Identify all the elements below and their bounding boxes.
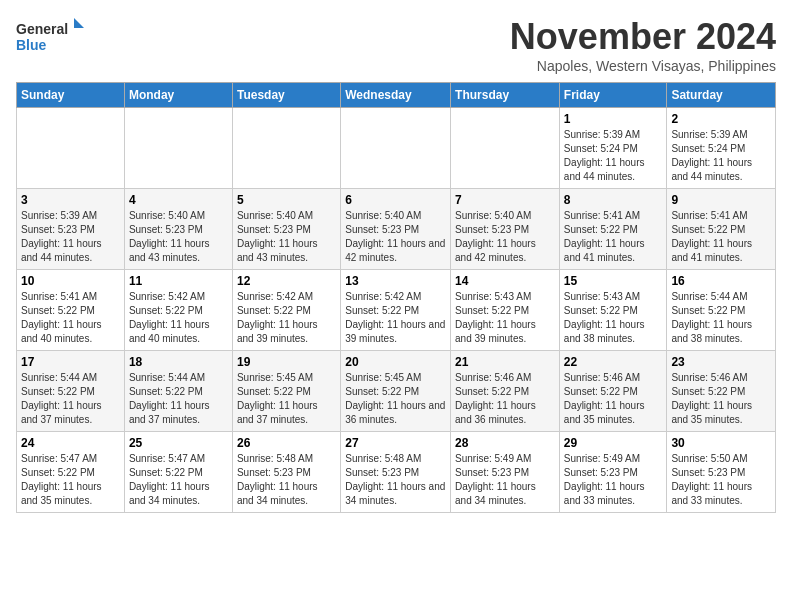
day-number: 25 [129, 436, 228, 450]
calendar-cell: 17Sunrise: 5:44 AM Sunset: 5:22 PM Dayli… [17, 351, 125, 432]
day-number: 13 [345, 274, 446, 288]
day-info: Sunrise: 5:39 AM Sunset: 5:24 PM Dayligh… [671, 128, 771, 184]
day-number: 22 [564, 355, 663, 369]
calendar-cell: 19Sunrise: 5:45 AM Sunset: 5:22 PM Dayli… [232, 351, 340, 432]
day-number: 14 [455, 274, 555, 288]
day-number: 2 [671, 112, 771, 126]
calendar-week-row: 1Sunrise: 5:39 AM Sunset: 5:24 PM Daylig… [17, 108, 776, 189]
day-header: Sunday [17, 83, 125, 108]
day-number: 11 [129, 274, 228, 288]
day-number: 24 [21, 436, 120, 450]
svg-text:Blue: Blue [16, 37, 47, 53]
calendar-cell: 2Sunrise: 5:39 AM Sunset: 5:24 PM Daylig… [667, 108, 776, 189]
day-info: Sunrise: 5:45 AM Sunset: 5:22 PM Dayligh… [345, 371, 446, 427]
calendar-cell: 18Sunrise: 5:44 AM Sunset: 5:22 PM Dayli… [124, 351, 232, 432]
day-info: Sunrise: 5:41 AM Sunset: 5:22 PM Dayligh… [564, 209, 663, 265]
day-number: 9 [671, 193, 771, 207]
day-number: 7 [455, 193, 555, 207]
calendar-cell [451, 108, 560, 189]
calendar-cell: 29Sunrise: 5:49 AM Sunset: 5:23 PM Dayli… [559, 432, 667, 513]
day-number: 29 [564, 436, 663, 450]
day-info: Sunrise: 5:50 AM Sunset: 5:23 PM Dayligh… [671, 452, 771, 508]
day-info: Sunrise: 5:41 AM Sunset: 5:22 PM Dayligh… [21, 290, 120, 346]
day-info: Sunrise: 5:41 AM Sunset: 5:22 PM Dayligh… [671, 209, 771, 265]
calendar-cell: 22Sunrise: 5:46 AM Sunset: 5:22 PM Dayli… [559, 351, 667, 432]
day-info: Sunrise: 5:42 AM Sunset: 5:22 PM Dayligh… [237, 290, 336, 346]
header: General Blue November 2024 Napoles, West… [16, 16, 776, 74]
day-info: Sunrise: 5:42 AM Sunset: 5:22 PM Dayligh… [345, 290, 446, 346]
calendar-cell: 4Sunrise: 5:40 AM Sunset: 5:23 PM Daylig… [124, 189, 232, 270]
day-number: 3 [21, 193, 120, 207]
calendar-cell: 27Sunrise: 5:48 AM Sunset: 5:23 PM Dayli… [341, 432, 451, 513]
day-info: Sunrise: 5:39 AM Sunset: 5:24 PM Dayligh… [564, 128, 663, 184]
day-header: Wednesday [341, 83, 451, 108]
calendar-cell: 15Sunrise: 5:43 AM Sunset: 5:22 PM Dayli… [559, 270, 667, 351]
calendar-cell [232, 108, 340, 189]
calendar-cell: 6Sunrise: 5:40 AM Sunset: 5:23 PM Daylig… [341, 189, 451, 270]
calendar-cell: 12Sunrise: 5:42 AM Sunset: 5:22 PM Dayli… [232, 270, 340, 351]
day-number: 10 [21, 274, 120, 288]
day-number: 27 [345, 436, 446, 450]
day-header: Saturday [667, 83, 776, 108]
day-info: Sunrise: 5:40 AM Sunset: 5:23 PM Dayligh… [455, 209, 555, 265]
day-info: Sunrise: 5:44 AM Sunset: 5:22 PM Dayligh… [129, 371, 228, 427]
calendar-cell: 30Sunrise: 5:50 AM Sunset: 5:23 PM Dayli… [667, 432, 776, 513]
day-header: Thursday [451, 83, 560, 108]
day-info: Sunrise: 5:46 AM Sunset: 5:22 PM Dayligh… [671, 371, 771, 427]
day-number: 21 [455, 355, 555, 369]
calendar-week-row: 24Sunrise: 5:47 AM Sunset: 5:22 PM Dayli… [17, 432, 776, 513]
day-number: 30 [671, 436, 771, 450]
day-number: 19 [237, 355, 336, 369]
calendar-cell: 16Sunrise: 5:44 AM Sunset: 5:22 PM Dayli… [667, 270, 776, 351]
day-info: Sunrise: 5:43 AM Sunset: 5:22 PM Dayligh… [564, 290, 663, 346]
calendar-cell: 14Sunrise: 5:43 AM Sunset: 5:22 PM Dayli… [451, 270, 560, 351]
calendar-header-row: SundayMondayTuesdayWednesdayThursdayFrid… [17, 83, 776, 108]
calendar-cell: 26Sunrise: 5:48 AM Sunset: 5:23 PM Dayli… [232, 432, 340, 513]
day-number: 1 [564, 112, 663, 126]
day-header: Tuesday [232, 83, 340, 108]
svg-text:General: General [16, 21, 68, 37]
logo: General Blue [16, 16, 86, 56]
day-number: 20 [345, 355, 446, 369]
day-info: Sunrise: 5:44 AM Sunset: 5:22 PM Dayligh… [21, 371, 120, 427]
day-info: Sunrise: 5:49 AM Sunset: 5:23 PM Dayligh… [564, 452, 663, 508]
calendar-cell: 21Sunrise: 5:46 AM Sunset: 5:22 PM Dayli… [451, 351, 560, 432]
calendar-table: SundayMondayTuesdayWednesdayThursdayFrid… [16, 82, 776, 513]
day-number: 5 [237, 193, 336, 207]
calendar-cell: 28Sunrise: 5:49 AM Sunset: 5:23 PM Dayli… [451, 432, 560, 513]
day-info: Sunrise: 5:40 AM Sunset: 5:23 PM Dayligh… [345, 209, 446, 265]
day-number: 17 [21, 355, 120, 369]
day-number: 23 [671, 355, 771, 369]
calendar-cell: 9Sunrise: 5:41 AM Sunset: 5:22 PM Daylig… [667, 189, 776, 270]
day-number: 26 [237, 436, 336, 450]
day-info: Sunrise: 5:40 AM Sunset: 5:23 PM Dayligh… [237, 209, 336, 265]
calendar-cell [17, 108, 125, 189]
month-title: November 2024 [510, 16, 776, 58]
day-info: Sunrise: 5:44 AM Sunset: 5:22 PM Dayligh… [671, 290, 771, 346]
day-number: 4 [129, 193, 228, 207]
calendar-cell [124, 108, 232, 189]
calendar-cell: 8Sunrise: 5:41 AM Sunset: 5:22 PM Daylig… [559, 189, 667, 270]
day-number: 6 [345, 193, 446, 207]
day-info: Sunrise: 5:40 AM Sunset: 5:23 PM Dayligh… [129, 209, 228, 265]
day-number: 8 [564, 193, 663, 207]
svg-marker-2 [74, 18, 84, 28]
location: Napoles, Western Visayas, Philippines [510, 58, 776, 74]
calendar-cell: 1Sunrise: 5:39 AM Sunset: 5:24 PM Daylig… [559, 108, 667, 189]
calendar-week-row: 3Sunrise: 5:39 AM Sunset: 5:23 PM Daylig… [17, 189, 776, 270]
day-number: 12 [237, 274, 336, 288]
day-info: Sunrise: 5:45 AM Sunset: 5:22 PM Dayligh… [237, 371, 336, 427]
calendar-cell: 3Sunrise: 5:39 AM Sunset: 5:23 PM Daylig… [17, 189, 125, 270]
day-info: Sunrise: 5:39 AM Sunset: 5:23 PM Dayligh… [21, 209, 120, 265]
calendar-cell: 23Sunrise: 5:46 AM Sunset: 5:22 PM Dayli… [667, 351, 776, 432]
day-info: Sunrise: 5:43 AM Sunset: 5:22 PM Dayligh… [455, 290, 555, 346]
title-area: November 2024 Napoles, Western Visayas, … [510, 16, 776, 74]
logo-svg: General Blue [16, 16, 86, 56]
day-info: Sunrise: 5:48 AM Sunset: 5:23 PM Dayligh… [345, 452, 446, 508]
day-header: Friday [559, 83, 667, 108]
calendar-cell: 13Sunrise: 5:42 AM Sunset: 5:22 PM Dayli… [341, 270, 451, 351]
day-info: Sunrise: 5:47 AM Sunset: 5:22 PM Dayligh… [129, 452, 228, 508]
calendar-cell: 20Sunrise: 5:45 AM Sunset: 5:22 PM Dayli… [341, 351, 451, 432]
day-info: Sunrise: 5:46 AM Sunset: 5:22 PM Dayligh… [564, 371, 663, 427]
day-number: 16 [671, 274, 771, 288]
